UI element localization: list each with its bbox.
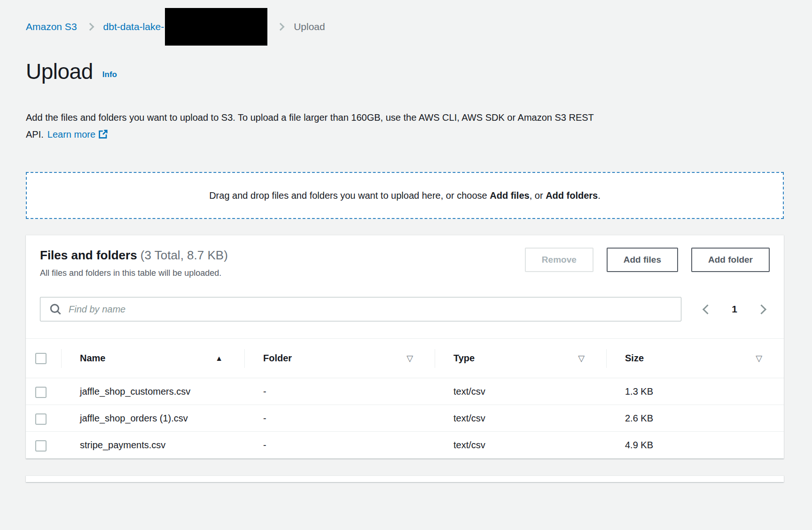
panel-description: All files and folders in this table will… xyxy=(40,268,228,278)
intro-paragraph: Add the files and folders you want to up… xyxy=(26,109,637,143)
table-row: stripe_payments.csv - text/csv 4.9 KB xyxy=(26,432,784,459)
file-folder: - xyxy=(244,378,435,405)
breadcrumb-bucket-item: dbt-data-lake- xyxy=(103,8,268,46)
search-row: 1 xyxy=(26,297,784,321)
current-page-number[interactable]: 1 xyxy=(732,304,737,315)
search-icon xyxy=(49,303,62,315)
intro-text: Add the files and folders you want to up… xyxy=(26,112,593,140)
pagination: 1 xyxy=(704,304,765,315)
file-size: 2.6 KB xyxy=(606,405,784,432)
learn-more-label: Learn more xyxy=(47,129,95,140)
breadcrumb-link-amazon-s3[interactable]: Amazon S3 xyxy=(26,21,77,32)
row-checkbox[interactable] xyxy=(35,413,47,425)
file-size: 1.3 KB xyxy=(606,378,784,405)
learn-more-link[interactable]: Learn more xyxy=(47,129,108,140)
page-title: Upload xyxy=(26,59,93,84)
sort-icon[interactable]: ▽ xyxy=(406,353,413,364)
dropzone-text: Drag and drop files and folders you want… xyxy=(209,190,601,201)
breadcrumb-link-bucket[interactable]: dbt-data-lake- xyxy=(103,21,164,32)
file-name: stripe_payments.csv xyxy=(80,436,193,453)
file-type: text/csv xyxy=(435,378,606,405)
info-link[interactable]: Info xyxy=(102,70,117,79)
file-name: jaffle_shop_customers.csv xyxy=(80,383,193,400)
files-table: Name▲ Folder▽ Type▽ Size▽ jaffle_s xyxy=(26,338,784,459)
dropzone-add-files-text: Add files xyxy=(490,190,529,201)
search-input[interactable] xyxy=(40,297,681,321)
next-page-button[interactable] xyxy=(757,304,766,314)
panel-count-summary: (3 Total, 8.7 KB) xyxy=(141,248,228,262)
s3-upload-page: Amazon S3 dbt-data-lake- Upload Upload I… xyxy=(0,0,812,482)
column-header-name[interactable]: Name▲ xyxy=(61,339,244,378)
file-type: text/csv xyxy=(435,432,606,459)
chevron-right-icon xyxy=(277,23,285,31)
sort-ascending-icon[interactable]: ▲ xyxy=(215,354,223,363)
upload-dropzone[interactable]: Drag and drop files and folders you want… xyxy=(26,172,784,219)
file-folder: - xyxy=(244,432,435,459)
panel-heading: Files and folders (3 Total, 8.7 KB) xyxy=(40,248,228,263)
row-checkbox[interactable] xyxy=(35,440,47,452)
file-name: jaffle_shop_orders (1).csv xyxy=(80,410,193,427)
column-header-folder[interactable]: Folder▽ xyxy=(244,339,435,378)
sort-icon[interactable]: ▽ xyxy=(578,353,585,364)
next-section-edge xyxy=(26,475,784,482)
file-size: 4.9 KB xyxy=(606,432,784,459)
table-row: jaffle_shop_customers.csv - text/csv 1.3… xyxy=(26,378,784,405)
chevron-right-icon xyxy=(86,23,94,31)
sort-icon[interactable]: ▽ xyxy=(756,353,762,364)
page-header: Upload Info xyxy=(26,59,784,84)
column-header-type[interactable]: Type▽ xyxy=(435,339,606,378)
row-checkbox[interactable] xyxy=(35,387,47,398)
file-type: text/csv xyxy=(435,405,606,432)
redacted-bucket-name xyxy=(165,8,267,46)
select-all-checkbox[interactable] xyxy=(35,353,47,364)
table-header-row: Name▲ Folder▽ Type▽ Size▽ xyxy=(26,339,784,378)
panel-header: Files and folders (3 Total, 8.7 KB) All … xyxy=(26,235,784,278)
search-box xyxy=(40,297,681,321)
panel-title-group: Files and folders (3 Total, 8.7 KB) All … xyxy=(40,248,228,278)
previous-page-button[interactable] xyxy=(703,304,712,314)
panel-actions: Remove Add files Add folder xyxy=(525,248,770,272)
add-folder-button[interactable]: Add folder xyxy=(691,248,770,272)
add-files-button[interactable]: Add files xyxy=(607,248,678,272)
external-link-icon xyxy=(98,129,108,139)
breadcrumb-current-upload: Upload xyxy=(294,21,325,32)
column-header-size[interactable]: Size▽ xyxy=(606,339,784,378)
files-and-folders-panel: Files and folders (3 Total, 8.7 KB) All … xyxy=(26,235,784,459)
breadcrumb: Amazon S3 dbt-data-lake- Upload xyxy=(26,0,784,35)
remove-button[interactable]: Remove xyxy=(525,248,593,272)
dropzone-add-folders-text: Add folders xyxy=(546,190,598,201)
panel-title: Files and folders xyxy=(40,248,137,262)
table-row: jaffle_shop_orders (1).csv - text/csv 2.… xyxy=(26,405,784,432)
file-folder: - xyxy=(244,405,435,432)
